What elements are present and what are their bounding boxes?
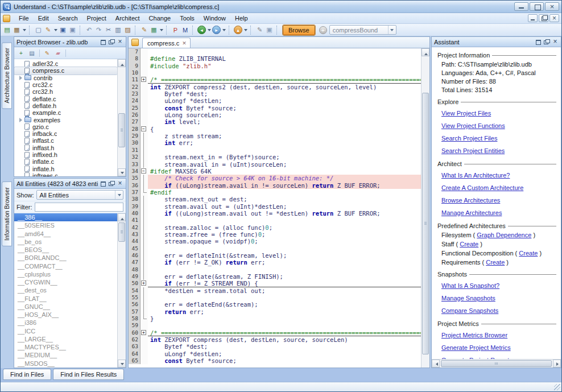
entity-item[interactable]: __MEDIUM__ xyxy=(14,351,117,359)
code-line[interactable]: 38 stream.next_out = dest; xyxy=(129,196,421,203)
cut-icon[interactable]: ✂ xyxy=(104,25,113,35)
tree-item-examples[interactable]: examples xyxy=(14,116,117,123)
code-line[interactable]: 43 stream.zfree = (free_func)0; xyxy=(129,231,421,238)
code-line[interactable]: 32 stream.next_in = (Bytef*)source; xyxy=(129,154,421,160)
code-line[interactable]: 27 int level; xyxy=(129,118,421,125)
scroll-thumb[interactable] xyxy=(441,360,552,367)
entity-item[interactable]: __ICC xyxy=(14,327,117,335)
add-file-icon[interactable]: + xyxy=(16,49,26,57)
entity-item[interactable]: __MACTYPES__ xyxy=(14,343,117,351)
tab-find-in-files[interactable]: Find in Files xyxy=(3,369,51,380)
code-line[interactable]: 56 err = deflateEnd(&stream); xyxy=(129,301,421,308)
code-line[interactable]: 34−#ifdef MAXSEG_64K xyxy=(129,168,421,175)
fold-expand-icon[interactable]: + xyxy=(141,330,146,335)
menu-search[interactable]: Search xyxy=(53,14,82,23)
fold-collapse-icon[interactable]: − xyxy=(141,126,146,131)
code-line[interactable]: 10 xyxy=(129,69,421,76)
tree-item-contrib[interactable]: contrib xyxy=(14,75,117,81)
tree-item-compress-c[interactable]: compress.c xyxy=(14,67,117,74)
scroll-up-icon[interactable] xyxy=(422,48,429,56)
code-line[interactable]: 25 const Bytef *source; xyxy=(129,105,421,112)
close-button[interactable] xyxy=(545,2,559,11)
code-line[interactable]: 30 int err; xyxy=(129,139,421,146)
code-line[interactable]: 41 xyxy=(129,217,421,224)
scroll-right-icon[interactable] xyxy=(553,360,561,368)
entity-item[interactable]: __amd64__ xyxy=(14,230,117,238)
code-line[interactable]: 48 xyxy=(129,266,421,273)
code-line[interactable]: 23 Bytef *dest; xyxy=(129,90,421,97)
entity-item[interactable]: __HOS_AIX__ xyxy=(14,311,117,319)
tree-item-infback-c[interactable]: infback.c xyxy=(14,130,117,137)
entity-item[interactable]: __i386 xyxy=(14,319,117,327)
assistant-link[interactable]: View Project Functions xyxy=(441,122,505,129)
back-icon[interactable]: ◂ xyxy=(197,26,206,34)
filter-input[interactable] xyxy=(35,203,124,212)
code-line[interactable]: 29 z_stream stream; xyxy=(129,133,421,139)
entity-item[interactable]: __cplusplus xyxy=(14,270,117,278)
browse-button[interactable]: Browse xyxy=(283,25,315,35)
visit-last-icon[interactable]: ▴ xyxy=(234,26,242,34)
expander-icon[interactable] xyxy=(19,118,23,122)
code-line[interactable]: 8#define ZLIB_INTERNAL xyxy=(129,55,421,62)
close-icon[interactable] xyxy=(117,39,123,45)
menu-window[interactable]: Window xyxy=(199,14,230,23)
assistant-link[interactable]: Manage Snapshots xyxy=(441,295,495,302)
save-as-icon[interactable]: ▣ xyxy=(265,25,274,35)
tree-item-inffast-c[interactable]: inffast.c xyxy=(14,137,117,144)
entity-item[interactable]: __CYGWIN__ xyxy=(14,278,117,286)
entity-item[interactable]: __MSDOS__ xyxy=(14,360,117,368)
code-line[interactable]: 49 err = deflate(&stream, Z_FINISH); xyxy=(129,273,421,280)
code-line[interactable]: 64 uLongf *destLen; xyxy=(129,350,421,357)
scroll-thumb[interactable] xyxy=(118,222,125,242)
assistant-link[interactable]: Create xyxy=(519,250,538,257)
code-line[interactable]: 47 if (err != Z_OK) return err; xyxy=(129,259,421,266)
entity-item[interactable]: __BEOS__ xyxy=(14,246,117,254)
scroll-down-icon[interactable] xyxy=(118,168,126,176)
tree-item-inflate-c[interactable]: inflate.c xyxy=(14,158,117,165)
code-line[interactable]: 65 const Bytef *source; xyxy=(129,357,421,364)
code-line[interactable]: 31 xyxy=(129,147,421,154)
assistant-link[interactable]: Create xyxy=(486,259,505,266)
forward-icon[interactable]: ▸ xyxy=(212,26,221,34)
chevron-down-icon[interactable] xyxy=(22,25,27,35)
editor-scrollbar[interactable] xyxy=(421,48,429,368)
close-icon[interactable] xyxy=(552,39,559,45)
tree-item-gzio-c[interactable]: gzio.c xyxy=(14,123,117,130)
chevron-down-icon[interactable] xyxy=(243,25,248,35)
code-area[interactable]: 78#define ZLIB_INTERNAL9#include "zlib.h… xyxy=(129,48,421,368)
dock-icon[interactable] xyxy=(108,180,115,187)
float-icon[interactable] xyxy=(100,39,106,45)
resize-grip[interactable] xyxy=(554,384,560,390)
code-line[interactable]: 59 xyxy=(129,322,421,329)
new-project-icon[interactable]: ▤ xyxy=(2,25,12,35)
assistant-link[interactable]: Create A Custom Architecture xyxy=(441,184,523,191)
tab-information-browser[interactable]: Information Browser xyxy=(2,181,12,246)
assistant-link[interactable]: Search Project Entities xyxy=(441,147,505,154)
scroll-up-icon[interactable] xyxy=(118,59,126,67)
entity-list-scrollbar[interactable] xyxy=(117,213,126,368)
tree-item-crc32-c[interactable]: crc32.c xyxy=(14,81,117,88)
assistant-link[interactable]: Project Metrics Browser xyxy=(441,332,507,339)
code-line[interactable]: 63 Bytef *dest; xyxy=(129,343,421,350)
minimize-button[interactable] xyxy=(514,2,528,11)
annotate-icon[interactable]: ✎ xyxy=(139,25,149,35)
metrics-browser-icon[interactable]: M xyxy=(180,25,190,35)
scroll-down-icon[interactable] xyxy=(118,360,126,368)
float-icon[interactable] xyxy=(100,180,106,187)
tab-architecture-browser[interactable]: Architecture Browser xyxy=(2,42,12,109)
assistant-link[interactable]: View Project Files xyxy=(441,110,491,117)
save-all-icon[interactable]: ▣ xyxy=(68,25,77,35)
menu-help[interactable]: Help xyxy=(230,14,253,23)
project-report-icon[interactable]: P xyxy=(171,25,180,35)
code-line[interactable]: 58} xyxy=(129,315,421,322)
chevron-down-icon[interactable] xyxy=(159,25,164,35)
code-line[interactable]: 40 if ((uLong)stream.avail_out != *destL… xyxy=(129,210,421,217)
code-line[interactable]: 42 stream.zalloc = (alloc_func)0; xyxy=(129,224,421,231)
mdi-close-icon[interactable] xyxy=(549,14,559,22)
tree-scrollbar[interactable] xyxy=(117,59,126,176)
tree-item-inflate-h[interactable]: inflate.h xyxy=(14,165,117,172)
entity-item[interactable]: __COMPACT__ xyxy=(14,262,117,270)
save-icon[interactable]: ▣ xyxy=(58,25,68,35)
code-line[interactable]: 9#include "zlib.h" xyxy=(129,63,421,69)
attach-icon[interactable]: ✎ xyxy=(255,25,265,35)
